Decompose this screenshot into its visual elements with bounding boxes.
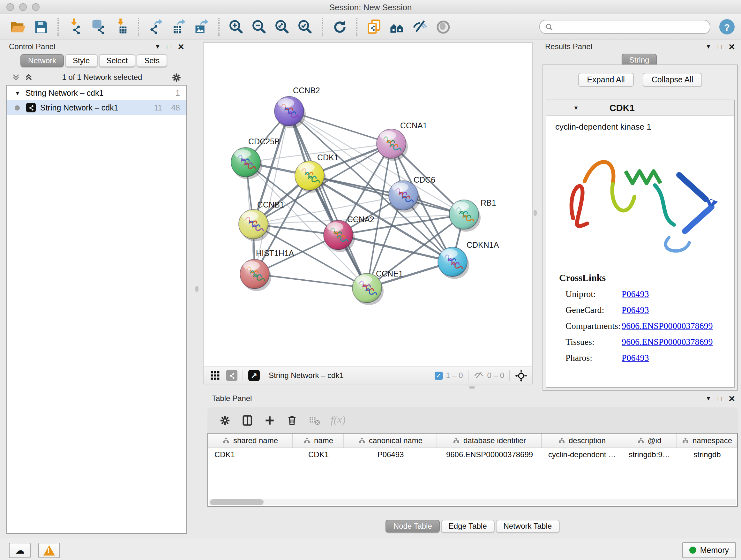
toolbar-separator (57, 18, 59, 36)
export-image-button[interactable] (192, 17, 211, 37)
collapse-all-tree-icon[interactable] (24, 73, 33, 82)
node-CDK1[interactable]: CDK1 (295, 153, 339, 193)
export-network-button[interactable] (146, 17, 165, 37)
column-header-description[interactable]: description (542, 434, 622, 448)
expand-all-tree-icon[interactable] (11, 73, 20, 82)
network-canvas[interactable]: CCNB2CCNA1CDC25BCDK1CDC6RB1CCNB1CCNA2CDK… (204, 43, 532, 367)
table-settings-gear-icon[interactable] (219, 414, 231, 426)
node-CDC25B[interactable]: CDC25B (231, 137, 280, 179)
save-session-button[interactable] (31, 17, 51, 37)
memory-button[interactable]: Memory (682, 542, 736, 558)
collapse-all-button[interactable]: Collapse All (643, 73, 702, 87)
window-title: Session: New Session (0, 2, 741, 12)
select-columns-icon[interactable] (241, 414, 253, 426)
separator (468, 370, 469, 381)
crosslink-link[interactable]: 9606.ENSP00000378699 (622, 337, 713, 348)
network-collection-row[interactable]: ▼ String Network – cdk1 1 (7, 85, 186, 100)
node-CCNB1[interactable]: CCNB1 (239, 200, 284, 241)
tab-sets[interactable]: Sets (137, 54, 167, 67)
tab-select[interactable]: Select (98, 54, 135, 67)
refresh-button[interactable] (330, 17, 349, 37)
splitter-handle[interactable] (534, 210, 537, 216)
import-network-file-button[interactable] (66, 17, 85, 37)
hidden-eye-slash-icon[interactable] (474, 370, 484, 381)
delete-column-icon[interactable] (286, 414, 298, 426)
crosshair-icon[interactable] (515, 369, 527, 381)
panel-close-icon[interactable]: ✕ (178, 42, 185, 51)
zoom-selected-button[interactable] (295, 17, 315, 37)
section-collapse-icon[interactable]: ▼ (573, 105, 579, 111)
node-RB1[interactable]: RB1 (449, 198, 496, 232)
zoom-in-icon (228, 18, 245, 35)
hierarchy-icon (453, 437, 460, 444)
open-file-button[interactable] (8, 17, 27, 37)
tab-edge-table[interactable]: Edge Table (441, 520, 495, 533)
column-header-name[interactable]: name (293, 434, 344, 448)
selected-checkbox-icon[interactable]: ✓ (434, 371, 443, 380)
column-header-database-identifier[interactable]: database identifier (437, 434, 542, 448)
home-browser-button[interactable] (387, 17, 407, 37)
column-header-canonical-name[interactable]: canonical name (344, 434, 437, 448)
scrollbar-track[interactable] (209, 499, 736, 505)
edge-CCNB2-CCNE1[interactable] (289, 111, 367, 288)
crosslink-link[interactable]: P06493 (622, 289, 649, 300)
panel-float-icon[interactable]: □ (718, 395, 722, 402)
node-label-CDKN1A: CDKN1A (467, 240, 499, 249)
table-row[interactable]: CDK1CDK1P064939606.ENSP00000378699cyclin… (208, 448, 737, 460)
tab-network[interactable]: Network (20, 54, 64, 67)
crosslink-link[interactable]: P06493 (622, 353, 649, 363)
node-HIST1H1A[interactable]: HIST1H1A (240, 249, 294, 291)
scrollbar-thumb[interactable] (210, 499, 264, 505)
expand-all-button[interactable]: Expand All (578, 73, 634, 87)
panel-float-icon[interactable]: □ (167, 43, 171, 51)
network-collection-count: 1 (176, 88, 180, 98)
network-options-gear-icon[interactable] (171, 72, 182, 83)
application-window: Session: New Session (0, 0, 741, 560)
search-box[interactable] (539, 20, 711, 34)
import-table-button[interactable] (112, 17, 131, 37)
protein-structure-image (554, 135, 726, 266)
tab-style[interactable]: Style (65, 54, 97, 67)
import-network-database-button[interactable] (89, 17, 108, 37)
graphics-details-button[interactable] (410, 17, 429, 37)
search-input[interactable] (556, 22, 704, 31)
crosslink-link[interactable]: P06493 (622, 305, 649, 315)
tab-node-table[interactable]: Node Table (386, 520, 440, 533)
node-CDKN1A[interactable]: CDKN1A (438, 240, 499, 279)
warnings-button[interactable] (38, 543, 60, 558)
export-table-button[interactable] (169, 17, 188, 37)
crosslink-link[interactable]: 9606.ENSP00000378699 (622, 321, 713, 331)
add-column-icon[interactable] (264, 414, 276, 426)
help-button[interactable]: ? (719, 19, 735, 35)
panel-collapse-icon[interactable]: ▼ (155, 44, 160, 50)
zoom-in-button[interactable] (226, 17, 246, 37)
network-row[interactable]: String Network – cdk1 11 48 (7, 100, 186, 115)
panel-collapse-icon[interactable]: ▼ (705, 395, 711, 401)
table-cell: cyclin-dependent … (542, 448, 622, 460)
splitter-handle[interactable] (469, 386, 475, 389)
hierarchy-icon (303, 437, 311, 444)
cloud-status-button[interactable]: ☁ (9, 543, 30, 558)
panel-close-icon[interactable]: ✕ (728, 394, 735, 403)
edge-HIST1H1A-CCNE1[interactable] (255, 274, 367, 288)
panel-collapse-icon[interactable]: ▼ (705, 44, 711, 50)
panel-close-icon[interactable]: ✕ (728, 42, 735, 51)
tab-network-table[interactable]: Network Table (496, 520, 560, 533)
level-of-detail-button[interactable] (433, 17, 453, 37)
splitter-handle[interactable] (195, 286, 199, 292)
column-header-namespace[interactable]: namespace (677, 434, 738, 448)
column-header--id[interactable]: @id (622, 434, 677, 448)
panel-float-icon[interactable]: □ (718, 43, 722, 51)
node-CCNB2[interactable]: CCNB2 (274, 86, 320, 128)
houses-icon (389, 18, 405, 35)
grid-view-icon[interactable] (210, 370, 220, 381)
string-view-icon[interactable] (226, 370, 238, 381)
birds-eye-toggle[interactable]: ↗ (248, 370, 260, 381)
tree-expand-icon[interactable]: ▼ (15, 90, 20, 96)
zoom-out-button[interactable] (250, 17, 269, 37)
zoom-fit-button[interactable] (273, 17, 292, 37)
clone-network-button[interactable] (364, 17, 384, 37)
node-CCNA1[interactable]: CCNA1 (377, 121, 427, 161)
column-header-shared-name[interactable]: shared name (208, 434, 293, 448)
gene-section-header[interactable]: ▼ CDK1 (546, 100, 734, 116)
